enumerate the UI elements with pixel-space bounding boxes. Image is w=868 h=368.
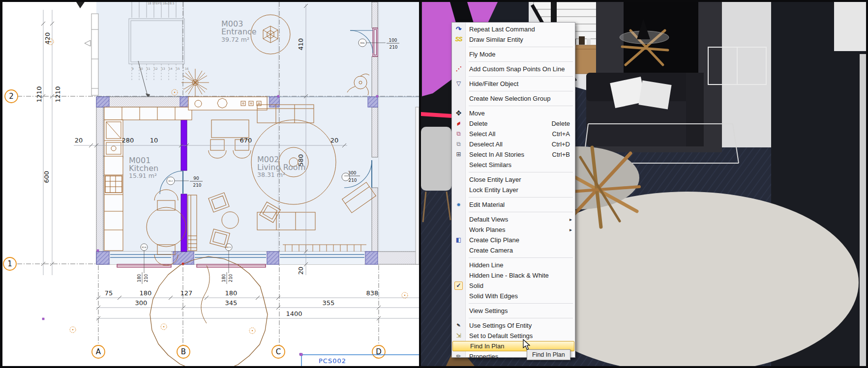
svg-text:14: 14 bbox=[169, 67, 173, 70]
svg-text:90: 90 bbox=[193, 176, 199, 181]
svg-text:127: 127 bbox=[180, 289, 193, 297]
create-clip-plane-menu-item[interactable]: ◧Create Clip Plane bbox=[452, 235, 575, 245]
add-custom-snap-points-on-line-menu-item[interactable]: ⋰Add Custom Snap Points On Line bbox=[452, 64, 575, 74]
repeat-last-command-menu-item[interactable]: ↷Repeat Last Command bbox=[452, 24, 575, 34]
svg-text:K12: K12 bbox=[169, 180, 173, 182]
context-menu: ↷Repeat Last CommandSSDraw Similar Entit… bbox=[451, 22, 575, 358]
svg-text:300: 300 bbox=[348, 170, 356, 175]
north-marker-icon bbox=[76, 2, 85, 8]
sheet-label: PCS002 bbox=[319, 357, 346, 365]
select-all-icon: ⧉ bbox=[456, 130, 461, 137]
svg-text:9: 9 bbox=[132, 67, 134, 70]
svg-text:345: 345 bbox=[225, 299, 238, 307]
hidden-line-menu-item[interactable]: Hidden Line bbox=[452, 260, 575, 270]
menu-separator bbox=[452, 255, 575, 260]
svg-text:100: 100 bbox=[389, 38, 397, 43]
work-planes-menu-item[interactable]: Work Planes▸ bbox=[452, 225, 575, 235]
repeat-icon: ↷ bbox=[456, 25, 462, 33]
select-stories-icon: ⊞ bbox=[456, 151, 461, 158]
svg-text:20: 20 bbox=[330, 137, 339, 144]
svg-text:180: 180 bbox=[221, 274, 226, 282]
eyedropper-icon: ✒ bbox=[453, 320, 464, 331]
hidden-line-black-white-menu-item[interactable]: Hidden Line - Black & White bbox=[452, 270, 575, 281]
white-sliver bbox=[860, 54, 866, 366]
svg-text:410: 410 bbox=[297, 38, 304, 51]
svg-text:1: 1 bbox=[7, 259, 12, 268]
svg-text:1400: 1400 bbox=[286, 310, 302, 317]
svg-text:20: 20 bbox=[297, 267, 304, 275]
solid-with-edges-menu-item[interactable]: Solid With Edges bbox=[452, 291, 575, 301]
floor-plan-viewport[interactable]: 18 STEPS 18x28.5 9 10 11 12 13 14 15 16 bbox=[2, 2, 419, 366]
menu-item-label: Work Planes bbox=[465, 226, 505, 233]
menu-item-label: Properties bbox=[465, 353, 498, 360]
menu-item-label: Solid bbox=[465, 282, 483, 289]
menu-item-label: Hidden Line bbox=[465, 261, 503, 269]
svg-text:838: 838 bbox=[366, 289, 379, 297]
menu-item-label: Find In Plan bbox=[466, 342, 504, 350]
menu-separator bbox=[452, 316, 575, 320]
room-area: 15.91 m² bbox=[129, 172, 157, 179]
svg-text:K14: K14 bbox=[142, 246, 147, 249]
deselect-all-menu-item[interactable]: ⧉Deselect AllCtrl+D bbox=[452, 139, 575, 149]
menu-item-shortcut: Delete bbox=[551, 120, 575, 127]
room-area: 39.72 m² bbox=[221, 36, 249, 43]
eraser-icon: ▰ bbox=[454, 118, 463, 129]
delete-menu-item[interactable]: ▰DeleteDelete bbox=[452, 118, 575, 129]
view-settings-menu-item[interactable]: View Settings bbox=[452, 306, 575, 316]
svg-text:355: 355 bbox=[323, 299, 335, 307]
menu-item-shortcut: Ctrl+D bbox=[552, 141, 575, 148]
svg-text:300: 300 bbox=[135, 299, 148, 307]
checkmark-icon: ✓ bbox=[454, 282, 463, 290]
menu-item-label: Add Custom Snap Points On Line bbox=[465, 65, 565, 73]
submenu-arrow-icon: ▸ bbox=[569, 217, 575, 222]
lock-entity-layer-menu-item[interactable]: Lock Entity Layer bbox=[452, 185, 575, 195]
svg-text:16: 16 bbox=[185, 67, 189, 70]
create-new-selection-group-menu-item[interactable]: Create New Selection Group bbox=[452, 93, 575, 104]
svg-text:B: B bbox=[181, 347, 186, 356]
deselect-all-icon: ⧉ bbox=[456, 141, 461, 147]
tree-canopy bbox=[150, 256, 268, 366]
move-menu-item[interactable]: ✥Move bbox=[452, 108, 575, 118]
menu-item-label: Move bbox=[465, 110, 485, 117]
zone-fill bbox=[96, 2, 419, 264]
menu-item-label: Delete bbox=[465, 120, 488, 127]
menu-item-label: Use Settings Of Entity bbox=[465, 322, 532, 329]
hide-filter-object-menu-item[interactable]: ▽Hide/Filter Object bbox=[452, 79, 575, 89]
svg-text:210: 210 bbox=[144, 274, 149, 282]
svg-text:K15: K15 bbox=[227, 246, 231, 249]
create-camera-menu-item[interactable]: Create Camera bbox=[452, 245, 575, 255]
draw-similar-entity-menu-item[interactable]: SSDraw Similar Entity bbox=[452, 34, 575, 45]
select-in-all-stories-menu-item[interactable]: ⊞Select In All StoriesCtrl+B bbox=[452, 149, 575, 160]
svg-text:20: 20 bbox=[75, 137, 83, 144]
select-similars-menu-item[interactable]: Select Similars bbox=[452, 160, 575, 170]
close-entity-layer-menu-item[interactable]: Close Entity Layer bbox=[452, 174, 575, 185]
svg-text:11: 11 bbox=[147, 67, 150, 70]
move-icon: ✥ bbox=[456, 109, 462, 117]
gray-armchair bbox=[421, 127, 451, 191]
menu-separator bbox=[452, 74, 575, 79]
menu-item-label: Create Camera bbox=[465, 247, 513, 254]
menu-item-label: Select Similars bbox=[465, 161, 511, 169]
set-to-default-settings-menu-item[interactable]: ⇲Set to Default Settings bbox=[452, 331, 575, 341]
default-views-menu-item[interactable]: Default Views▸ bbox=[452, 214, 575, 225]
svg-text:10: 10 bbox=[150, 137, 158, 144]
section-arrow-icon bbox=[85, 40, 90, 46]
svg-text:12: 12 bbox=[154, 67, 158, 70]
menu-item-label: Close Entity Layer bbox=[465, 176, 521, 183]
svg-text:C: C bbox=[276, 347, 281, 356]
select-all-menu-item[interactable]: ⧉Select AllCtrl+A bbox=[452, 129, 575, 139]
filter-icon: ▽ bbox=[456, 80, 461, 87]
svg-text:75: 75 bbox=[105, 289, 113, 297]
svg-text:600: 600 bbox=[43, 171, 50, 183]
menu-item-label: Create New Selection Group bbox=[465, 95, 550, 102]
use-settings-of-entity-menu-item[interactable]: ✒Use Settings Of Entity bbox=[452, 320, 575, 331]
fly-mode-menu-item[interactable]: Fly Mode bbox=[452, 49, 575, 59]
svg-text:670: 670 bbox=[240, 137, 252, 144]
app-window: 18 STEPS 18x28.5 9 10 11 12 13 14 15 16 bbox=[0, 0, 868, 368]
menu-item-label: Lock Entity Layer bbox=[465, 186, 518, 194]
solid-menu-item[interactable]: ✓Solid bbox=[452, 281, 575, 291]
svg-text:180: 180 bbox=[225, 289, 238, 297]
mouse-cursor bbox=[523, 339, 532, 351]
edit-material-menu-item[interactable]: ●Edit Material bbox=[452, 199, 575, 210]
svg-text:15: 15 bbox=[176, 67, 180, 70]
